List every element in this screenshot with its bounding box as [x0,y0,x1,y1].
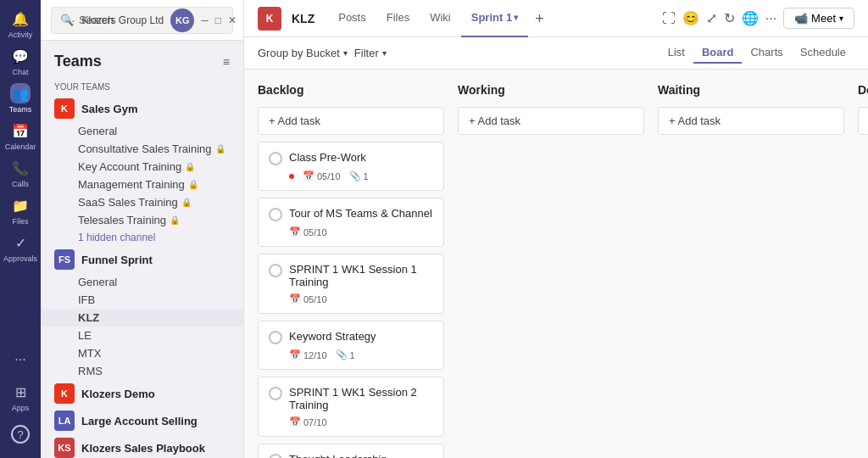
lock-icon-kat: 🔒 [185,162,195,171]
meet-button[interactable]: 📹 Meet ▾ [783,8,854,29]
task-card-ms-teams-tour[interactable]: Tour of MS Teams & Channel 📅 05/10 [258,198,444,247]
board-col-waiting: Waiting + Add task [658,83,844,444]
channel-fs-klz[interactable]: KLZ [41,309,243,327]
task-checkbox[interactable] [269,264,282,277]
task-checkbox[interactable] [269,208,282,221]
rail-item-more[interactable]: ··· [3,343,37,377]
emoji-icon[interactable]: 😊 [682,10,699,26]
team-avatar-funnel-sprint: FS [54,249,75,270]
task-card-keyword-strategy[interactable]: Keyword Strategy 📅 12/10 📎 1 [258,321,444,370]
filter-chevron-icon: ▾ [382,48,387,58]
channel-hidden-label[interactable]: 1 hidden channel [41,229,243,246]
team-item-funnel-sprint[interactable]: FS Funnel Sprint ··· [41,246,243,273]
add-task-done[interactable]: + Add [858,107,868,135]
channel-fs-mtx[interactable]: MTX [41,344,243,362]
task-name: Thought Leadership [289,453,387,458]
expand-icon[interactable]: ⛶ [662,11,676,26]
team-item-klozers-playbook[interactable]: KS Klozers Sales Playbook ··· [41,434,243,458]
tab-wiki[interactable]: Wiki [420,0,461,37]
more-dots[interactable]: ··· [65,14,75,27]
user-avatar[interactable]: KG [170,8,194,32]
channel-sg-tt[interactable]: Telesales Training 🔒 [41,211,243,229]
calendar-icon-small: 📅 [289,226,301,237]
add-task-backlog[interactable]: + Add task [258,107,444,135]
task-checkbox[interactable] [269,387,282,400]
task-date: 📅 05/10 [289,226,327,237]
channel-fs-rms[interactable]: RMS [41,362,243,380]
minimize-icon[interactable]: ─ [201,14,209,26]
task-name: SPRINT 1 WK1 Session 1 Training [289,263,433,288]
task-priority [289,174,294,179]
close-icon[interactable]: ✕ [228,14,236,26]
add-tab-button[interactable]: + [528,0,551,37]
ellipsis-icon[interactable]: ··· [765,11,776,26]
team-item-large-account[interactable]: LA Large Account Selling ··· [41,407,243,434]
rail-item-files[interactable]: 📁 Files [3,193,37,227]
team-item-sales-gym[interactable]: K Sales Gym ··· [41,95,243,122]
channel-sg-kat[interactable]: Key Account Training 🔒 [41,158,243,176]
rail-item-approvals[interactable]: ✓ Approvals [3,231,37,265]
view-tab-board[interactable]: Board [693,42,743,64]
channel-fs-general[interactable]: General [41,273,243,291]
globe-icon[interactable]: 🌐 [742,10,759,26]
col-header-done: Done [858,83,868,100]
more-icon: ··· [10,349,31,370]
board-col-backlog: Backlog + Add task Class Pre-Work 📅 [258,83,444,444]
maximize-icon[interactable]: □ [215,14,221,26]
section-label-your-teams: Your teams [41,79,243,95]
channel-sg-mt[interactable]: Management Training 🔒 [41,176,243,193]
filter-button[interactable]: Filter ▾ [354,47,387,59]
task-checkbox[interactable] [269,331,282,344]
rail-item-calendar[interactable]: 📅 Calendar [3,119,37,153]
rail-item-activity[interactable]: 🔔 Activity [3,7,37,41]
calendar-icon-small: 📅 [289,349,301,360]
calendar-icon-small: 📅 [289,416,301,427]
refresh-icon[interactable]: ↻ [724,10,735,26]
task-card-sprint1-wk1-s2[interactable]: SPRINT 1 WK1 Session 2 Training 📅 07/10 [258,377,444,437]
view-tab-charts[interactable]: Charts [742,42,791,64]
task-checkbox[interactable] [269,454,282,458]
view-tab-list[interactable]: List [659,42,693,64]
task-date: 📅 12/10 [289,349,327,360]
task-card-thought-leadership[interactable]: Thought Leadership 📅 12/10 📎 1 [258,444,444,458]
topbar-right: ··· Klozers Group Ltd KG ─ □ ✕ [65,8,243,32]
view-controls: Group by Bucket ▾ Filter ▾ List Board Ch… [244,37,868,70]
main-content: K KLZ Posts Files Wiki Sprint 1 ▾ + ⛶ 😊 … [244,0,868,458]
rail-label-activity: Activity [8,31,33,39]
channel-logo: K [258,7,281,31]
group-by-button[interactable]: Group by Bucket ▾ [258,47,348,59]
task-checkbox[interactable] [269,152,282,165]
approvals-icon: ✓ [10,232,31,253]
rail-label-calls: Calls [12,180,29,188]
team-item-klozers-demo[interactable]: K Klozers Demo ··· [41,380,243,407]
topbar: 🔍 Search ··· Klozers Group Ltd KG ─ □ ✕ [41,0,243,41]
calendar-icon-small: 📅 [289,293,301,304]
rail-item-teams[interactable]: 👥 Teams [3,81,37,115]
channel-fs-le[interactable]: LE [41,327,243,344]
task-card-sprint1-wk1-s1[interactable]: SPRINT 1 WK1 Session 1 Training 📅 05/10 [258,254,444,314]
view-tab-schedule[interactable]: Schedule [792,42,854,64]
task-card-class-prework[interactable]: Class Pre-Work 📅 05/10 📎 1 [258,142,444,191]
fullscreen-icon[interactable]: ⤢ [706,10,717,26]
rail-label-chat: Chat [12,68,28,76]
rail-item-chat[interactable]: 💬 Chat [3,44,37,78]
board-col-working: Working + Add task [458,83,644,444]
channel-sg-cst[interactable]: Consultative Sales Training 🔒 [41,140,243,158]
tab-files[interactable]: Files [376,0,420,37]
channel-sg-sst[interactable]: SaaS Sales Training 🔒 [41,193,243,211]
channel-fs-ifb[interactable]: IFB [41,291,243,309]
team-avatar-large-account: LA [54,411,75,431]
rail-item-help[interactable]: ? [3,417,37,451]
tab-sprint1[interactable]: Sprint 1 ▾ [461,0,528,37]
calendar-icon-small: 📅 [303,170,314,182]
channel-sg-general[interactable]: General [41,122,243,140]
add-task-working[interactable]: + Add task [458,107,644,135]
filter-icon[interactable]: ≡ [223,55,230,69]
rail-item-apps[interactable]: ⊞ Apps [3,380,37,414]
sidebar-title: Teams [54,53,102,70]
task-date: 📅 05/10 [303,170,341,182]
meet-chevron-icon: ▾ [839,14,843,23]
rail-item-calls[interactable]: 📞 Calls [3,156,37,190]
add-task-waiting[interactable]: + Add task [658,107,844,135]
tab-posts[interactable]: Posts [328,0,376,37]
